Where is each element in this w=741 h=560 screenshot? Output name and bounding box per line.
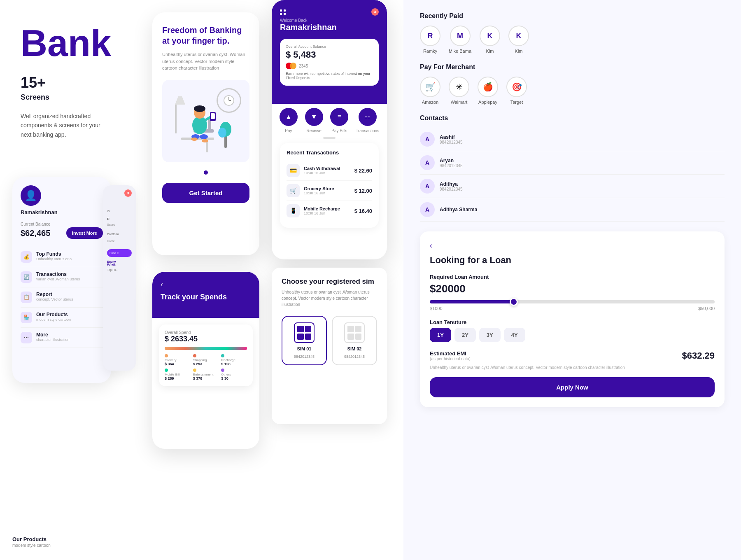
avatar-kim1[interactable]: K Kim — [480, 26, 500, 54]
spend-bar — [165, 347, 247, 350]
tx-name-mobile: Mobile Recharge — [304, 206, 340, 211]
acc-balance-label: Overall Account Balance — [286, 44, 373, 49]
grid-icon — [280, 9, 286, 15]
sim-card-1[interactable]: SIM 01 9842012345 — [282, 316, 327, 365]
welcome-text: Welcome Back — [280, 18, 379, 23]
tx-left-withdrawal: 💳 Cash Withdrawal 10:30 16 Jun — [287, 164, 340, 177]
svg-point-14 — [200, 134, 208, 139]
adithya-avatar: A — [420, 179, 435, 194]
sim-card-2[interactable]: SIM 02 9842012345 — [332, 316, 377, 365]
pay-bills-action[interactable]: ≡ Pay Bills — [330, 108, 348, 133]
tx-amount-mobile: $ 16.40 — [354, 208, 372, 214]
action-buttons-row: ▲ Pay ▼ Receive ≡ Pay Bills ≡≡ Transacti… — [276, 108, 383, 133]
receive-action[interactable]: ▼ Receive — [305, 108, 323, 133]
svg-point-19 — [218, 128, 226, 138]
tx-item-mobile[interactable]: 📱 Mobile Recharge 10:30 16 Jun $ 16.40 — [287, 201, 372, 221]
transactions-action[interactable]: ≡≡ Transactions — [356, 108, 379, 133]
clock-icon — [217, 88, 241, 113]
tenure-2y[interactable]: 2Y — [454, 328, 476, 342]
transactions-icon: ≡≡ — [359, 108, 377, 126]
apply-now-button[interactable]: Apply Now — [430, 377, 715, 397]
nav-title-tx: Transactions — [36, 271, 80, 277]
recharge-dot — [221, 354, 224, 357]
sim1-number: 9842012345 — [294, 355, 315, 359]
avatar-mike[interactable]: M Mike Bama — [449, 26, 471, 54]
balance-label: Current Balance — [21, 222, 103, 226]
nav-item-report[interactable]: 📋 Report concept. Vector uterus — [21, 287, 103, 308]
get-started-button[interactable]: Get Started — [162, 183, 249, 203]
amazon-name: Amazon — [422, 100, 438, 105]
tenure-section: Loan Tenuture 1Y 2Y 3Y 4Y — [430, 319, 715, 342]
contact-adithya[interactable]: A Adithya 9842012345 — [420, 175, 725, 198]
avatar-kim2[interactable]: K Kim — [508, 26, 529, 54]
merchant-applepay[interactable]: 🍎 Applepay — [478, 77, 498, 105]
adithya-info: Adithya 9842012345 — [440, 181, 463, 191]
contact-aashif[interactable]: A Aashif 9842012345 — [420, 128, 725, 151]
sim1-label: SIM 01 — [297, 346, 312, 351]
spend-item-mobile: Mobile Bill $ 289 — [165, 369, 191, 380]
tx-item-grocery[interactable]: 🛒 Grocery Store 10:30 16 Jun $ 12.00 — [287, 181, 372, 201]
nav-item-products[interactable]: 🏪 Our Products modern style cartoon — [21, 308, 103, 328]
tx-time-mobile: 10:30 16 Jun — [304, 211, 340, 215]
track-back-button[interactable]: ‹ — [161, 280, 251, 289]
card-number-row: 2345 — [286, 63, 373, 69]
tx-item-withdrawal[interactable]: 💳 Cash Withdrawal 10:30 16 Jun $ 22.60 — [287, 161, 372, 181]
loan-title: Looking for a Loan — [430, 255, 715, 266]
sim-cards-row: SIM 01 9842012345 SIM 02 9842012345 — [282, 316, 377, 365]
nav-sub-funds: Unhealthy uterus or o — [36, 257, 72, 261]
contact-aryan[interactable]: A Aryan 9842012345 — [420, 151, 725, 175]
overall-label: Overall Spend — [165, 330, 247, 335]
mobile-label: Mobile Bill — [165, 373, 191, 376]
shopping-label: Shopping — [193, 358, 219, 362]
screens-count: 15+ — [21, 74, 111, 91]
merchant-walmart[interactable]: ✳ Walmart — [449, 77, 469, 105]
col2: Freedom of Banking at your finger tip. U… — [140, 0, 272, 560]
report-icon: 📋 — [21, 292, 32, 303]
tenure-3y[interactable]: 3Y — [479, 328, 501, 342]
amazon-icon: 🛒 — [420, 77, 440, 97]
slider-labels: $1000 $50,000 — [430, 306, 715, 311]
transactions-section: Recent Transactions 💳 Cash Withdrawal 10… — [280, 143, 379, 228]
aryan-phone: 9842012345 — [440, 163, 463, 168]
slider-min: $1000 — [430, 306, 443, 311]
sim-desc: Unhealthy uterus or ovarian cyst .Woman … — [282, 289, 377, 308]
nav-list: 💰 Top Funds Unhealthy uterus or o 🔄 Tran… — [21, 247, 103, 348]
loan-slider[interactable] — [430, 300, 715, 303]
tx-left-mobile: 📱 Mobile Recharge 10:30 16 Jun — [287, 204, 340, 217]
contact-adithya-sharma[interactable]: A Adithya Sharma — [420, 198, 725, 222]
brand-title: Bank — [21, 25, 111, 62]
emi-label: Estimated EMI — [430, 350, 471, 357]
intro-phone: Freedom of Banking at your finger tip. U… — [152, 12, 259, 255]
emi-label-wrap: Estimated EMI (as per historical data) — [430, 350, 471, 361]
pay-action[interactable]: ▲ Pay — [280, 108, 298, 133]
aashif-info: Aashif 9842012345 — [440, 134, 463, 145]
side-label-saved: Saved — [107, 223, 132, 226]
contacts-section: Contacts A Aashif 9842012345 A Aryan 984… — [420, 114, 725, 222]
tenure-1y[interactable]: 1Y — [430, 328, 451, 342]
svg-point-9 — [194, 105, 205, 112]
acc-balance-amount: $ 5,483 — [286, 49, 373, 60]
entertainment-amount: $ 378 — [193, 376, 219, 380]
tx-info-mobile: Mobile Recharge 10:30 16 Jun — [304, 206, 340, 215]
svg-rect-17 — [224, 135, 227, 148]
merchant-target[interactable]: 🎯 Target — [506, 77, 527, 105]
pay-icon: ▲ — [280, 108, 298, 126]
phone-card-1: 👤 Ramakrishnan Current Balance $62,465 I… — [12, 177, 111, 383]
slider-thumb[interactable] — [510, 298, 518, 306]
tenure-4y[interactable]: 4Y — [504, 328, 525, 342]
nav-sub-more: character illustration — [36, 338, 70, 342]
loan-back-button[interactable]: ‹ — [430, 241, 715, 250]
nav-item-more[interactable]: ⋯ More character illustration — [21, 328, 103, 348]
merchant-heading: Pay For Merchant — [420, 63, 725, 71]
nav-item-transactions[interactable]: 🔄 Transactions varian cyst .Woman uterus — [21, 267, 103, 287]
avatar-ramky[interactable]: R Ramky — [420, 26, 440, 54]
nav-item-funds[interactable]: 💰 Top Funds Unhealthy uterus or o — [21, 247, 103, 267]
svg-rect-20 — [175, 105, 177, 133]
withdrawal-icon: 💳 — [287, 164, 300, 177]
pay-bills-label: Pay Bills — [331, 128, 347, 133]
nav-sub-report: concept. Vector uterus — [36, 297, 73, 301]
main-header: 3 Welcome Back Ramakrishnan Overall Acco… — [272, 0, 387, 104]
carousel-dot — [204, 170, 208, 175]
invest-button[interactable]: Invest More — [66, 227, 103, 239]
merchant-amazon[interactable]: 🛒 Amazon — [420, 77, 440, 105]
